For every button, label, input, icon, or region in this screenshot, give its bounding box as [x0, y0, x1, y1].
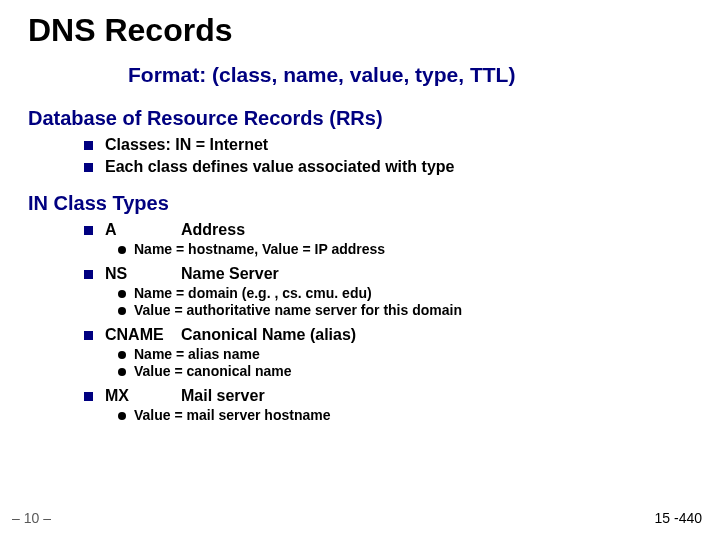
sub-text: Value = canonical name	[134, 363, 292, 379]
sub-bullets: Name = hostname, Value = IP address	[118, 241, 692, 257]
list-item: Value = authoritative name server for th…	[118, 302, 692, 318]
disc-bullet-icon	[118, 246, 126, 254]
square-bullet-icon	[84, 141, 93, 150]
type-desc: Mail server	[181, 387, 265, 405]
square-bullet-icon	[84, 270, 93, 279]
type-row: NS Name Server	[84, 265, 692, 283]
section1-heading: Database of Resource Records (RRs)	[28, 107, 692, 130]
disc-bullet-icon	[118, 307, 126, 315]
type-code: NS	[105, 265, 181, 283]
list-item: Each class defines value associated with…	[84, 158, 692, 176]
slide-content: DNS Records Format: (class, name, value,…	[0, 0, 720, 423]
type-code: A	[105, 221, 181, 239]
type-row: MX Mail server	[84, 387, 692, 405]
format-line: Format: (class, name, value, type, TTL)	[128, 63, 692, 87]
list-item: Value = canonical name	[118, 363, 692, 379]
type-entry-cname: CNAME Canonical Name (alias) Name = alia…	[84, 326, 692, 379]
square-bullet-icon	[84, 226, 93, 235]
type-row: A Address	[84, 221, 692, 239]
sub-text: Name = domain (e.g. , cs. cmu. edu)	[134, 285, 372, 301]
list-item: Classes: IN = Internet	[84, 136, 692, 154]
types-block: A Address Name = hostname, Value = IP ad…	[84, 221, 692, 423]
sub-text: Name = hostname, Value = IP address	[134, 241, 385, 257]
type-entry-a: A Address Name = hostname, Value = IP ad…	[84, 221, 692, 257]
sub-bullets: Name = domain (e.g. , cs. cmu. edu) Valu…	[118, 285, 692, 318]
type-code: CNAME	[105, 326, 181, 344]
list-item: Name = hostname, Value = IP address	[118, 241, 692, 257]
list-item: Name = alias name	[118, 346, 692, 362]
type-desc: Canonical Name (alias)	[181, 326, 356, 344]
disc-bullet-icon	[118, 290, 126, 298]
type-row: CNAME Canonical Name (alias)	[84, 326, 692, 344]
type-desc: Name Server	[181, 265, 279, 283]
sub-bullets: Name = alias name Value = canonical name	[118, 346, 692, 379]
type-code: MX	[105, 387, 181, 405]
sub-text: Name = alias name	[134, 346, 260, 362]
type-entry-mx: MX Mail server Value = mail server hostn…	[84, 387, 692, 423]
course-number: 15 -440	[655, 510, 702, 526]
type-desc: Address	[181, 221, 245, 239]
list-item: Name = domain (e.g. , cs. cmu. edu)	[118, 285, 692, 301]
list-item: Value = mail server hostname	[118, 407, 692, 423]
disc-bullet-icon	[118, 351, 126, 359]
section2-heading: IN Class Types	[28, 192, 692, 215]
disc-bullet-icon	[118, 368, 126, 376]
sub-text: Value = mail server hostname	[134, 407, 331, 423]
square-bullet-icon	[84, 331, 93, 340]
sub-text: Value = authoritative name server for th…	[134, 302, 462, 318]
sub-bullets: Value = mail server hostname	[118, 407, 692, 423]
disc-bullet-icon	[118, 412, 126, 420]
bullet-text: Classes: IN = Internet	[105, 136, 268, 154]
type-entry-ns: NS Name Server Name = domain (e.g. , cs.…	[84, 265, 692, 318]
bullet-text: Each class defines value associated with…	[105, 158, 454, 176]
page-number: – 10 –	[12, 510, 51, 526]
slide-title: DNS Records	[28, 12, 692, 49]
section1-bullets: Classes: IN = Internet Each class define…	[84, 136, 692, 176]
square-bullet-icon	[84, 163, 93, 172]
square-bullet-icon	[84, 392, 93, 401]
